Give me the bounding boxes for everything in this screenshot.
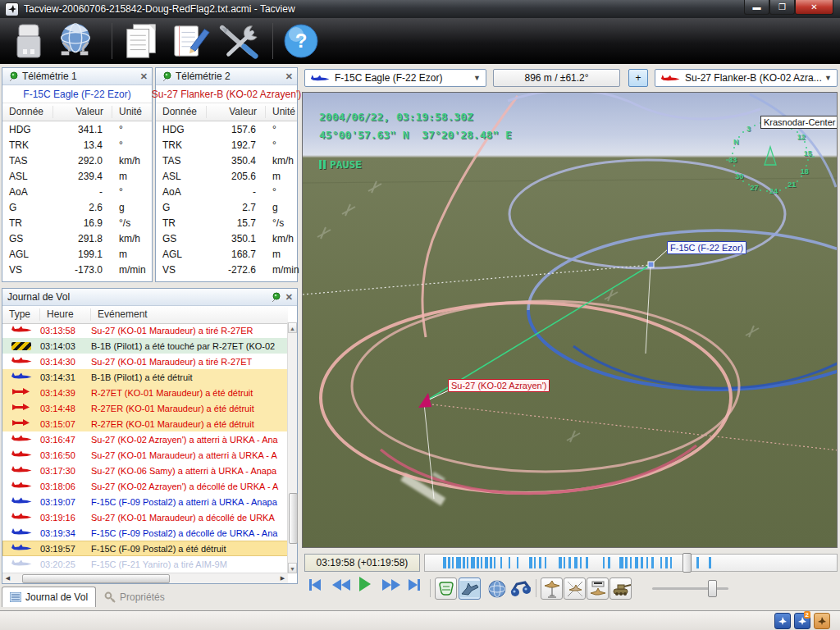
journal-event-row[interactable]: 03:19:57F-15C (F-09 Postal2) a été détru… (2, 541, 288, 556)
scroll-right-icon[interactable]: ▶ (277, 573, 288, 582)
journal-event-row[interactable]: 03:14:39R-27ET (KO-01 Maraudeur) a été d… (2, 385, 288, 400)
telemetry-row: GS350.1km/h (156, 231, 297, 246)
journal-event-row[interactable]: 03:14:03B-1B (Pilot1) a été touché par R… (2, 338, 288, 354)
journal-event-row[interactable]: 03:13:58Su-27 (KO-01 Maraudeur) a tiré R… (2, 322, 288, 338)
model-camera-button[interactable] (541, 578, 563, 600)
telemetry-row: HDG157.6° (156, 121, 297, 137)
notes-icon[interactable] (167, 21, 215, 61)
minimize-button[interactable]: ▬ (744, 0, 769, 15)
range-button[interactable]: 896 m / ±61.2° (493, 69, 620, 87)
world-view-icon (487, 579, 507, 599)
f15-label[interactable]: F-15C (F-22 Ezor) (667, 241, 746, 254)
3d-view[interactable]: 2004/06/22, 03:19:58.30Z 45°00'57.63" N … (302, 92, 838, 548)
pin-icon[interactable] (7, 71, 18, 82)
control-separator (430, 579, 431, 597)
pin-icon[interactable] (161, 71, 171, 82)
journal-vertical-scrollbar[interactable]: ▲ ▼ (287, 322, 297, 573)
compass-point-3: 3 (746, 125, 751, 133)
tab-journal-de-vol[interactable]: Journal de Vol (2, 587, 96, 607)
su27-label[interactable]: Su-27 (KO-02 Azrayen') (448, 379, 550, 392)
right-aircraft-selector[interactable]: Su-27 Flanker-B (KO-02 Azra... ▼ (655, 69, 838, 87)
timeline-activity-bar (456, 557, 461, 568)
add-telemetry-button[interactable]: + (628, 69, 648, 87)
external-camera-button[interactable] (564, 578, 586, 600)
scroll-thumb[interactable] (289, 493, 298, 544)
tacview-blue-icon[interactable] (774, 613, 791, 629)
pin-icon[interactable] (270, 292, 281, 303)
usb-drive-icon[interactable] (8, 21, 49, 61)
world-view-button[interactable] (486, 578, 508, 600)
journal-event-row[interactable]: 03:14:31B-1B (Pilot1) a été détruit (2, 369, 288, 385)
red-plane-icon (11, 325, 32, 336)
cockpit-view-button[interactable] (435, 578, 457, 600)
journal-event-row[interactable]: 03:14:48R-27ER (KO-01 Maraudeur) a été d… (2, 400, 288, 416)
timeline-activity-bar (660, 557, 662, 568)
telemetry-2-aircraft[interactable]: Su-27 Flanker-B (KO-02 Azrayen') (156, 85, 297, 103)
pause-indicator: PAUSE (319, 158, 362, 171)
report-icon[interactable] (120, 21, 164, 61)
event-text: Su-27 (KO-01 Maraudeur) a décollé de URK… (91, 513, 288, 523)
telemetry-2-header[interactable]: Télémétrie 2 ✕ (156, 68, 297, 85)
close-icon[interactable]: ✕ (285, 71, 293, 82)
blue-jet-icon (310, 74, 330, 82)
journal-event-row[interactable]: 03:19:34F-15C (F-09 Postal2) a décollé d… (2, 525, 288, 541)
journal-event-row[interactable]: 03:15:07R-27ER (KO-01 Maraudeur) a été d… (2, 416, 288, 431)
ground-camera-button[interactable] (609, 578, 632, 600)
scroll-thumb[interactable] (22, 574, 170, 583)
tacview-window: Tacview-20060706-215842-Doug-RedFlag2.tx… (0, 0, 840, 630)
journal-event-row[interactable]: 03:19:16Su-27 (KO-01 Maraudeur) a décoll… (2, 509, 288, 525)
tacview-orange-icon[interactable] (814, 613, 830, 629)
timeline-track[interactable] (424, 554, 838, 572)
scroll-up-icon[interactable]: ▲ (288, 322, 297, 333)
journal-event-row[interactable]: 03:20:25F-15C (F-21 Yaniro) a tiré AIM-9… (2, 556, 288, 572)
network-globe-icon[interactable] (52, 21, 98, 61)
data-label: TRK (2, 139, 53, 151)
restore-button[interactable]: ❐ (769, 0, 795, 15)
flyby-camera-button[interactable] (587, 578, 609, 600)
title-bar[interactable]: Tacview-20060706-215842-Doug-RedFlag2.tx… (0, 0, 840, 18)
help-icon[interactable]: ? (281, 21, 322, 61)
list-icon (10, 592, 21, 602)
journal-event-row[interactable]: 03:18:06Su-27 (KO-02 Azrayen') a décollé… (2, 478, 288, 494)
data-unit: m/min (266, 264, 299, 276)
tab-proprietes[interactable]: Propriétés (97, 587, 172, 607)
speed-slider[interactable] (652, 587, 728, 590)
scroll-left-icon[interactable]: ◀ (2, 573, 13, 582)
tools-icon[interactable] (215, 21, 264, 61)
compass-dot (807, 159, 809, 161)
red-plane-icon (11, 450, 32, 459)
journal-event-row[interactable]: 03:14:30Su-27 (KO-01 Maraudeur) a tiré R… (2, 354, 288, 369)
aircraft-view-button[interactable] (459, 578, 481, 600)
journal-event-row[interactable]: 03:16:50Su-27 (KO-01 Maraudeur) a atterr… (2, 447, 288, 463)
play-button[interactable] (359, 577, 371, 595)
data-label: AoA (2, 186, 53, 198)
telemetry-row: G2.6g (2, 199, 152, 215)
close-icon[interactable]: ✕ (140, 71, 148, 82)
binoculars-view-button[interactable] (509, 578, 532, 600)
journal-event-row[interactable]: 03:19:07F-15C (F-09 Postal2) a atterri à… (2, 494, 288, 509)
fast-forward-button[interactable] (382, 579, 400, 594)
telemetry-1-aircraft[interactable]: F-15C Eagle (F-22 Ezor) (2, 85, 152, 103)
skip-end-button[interactable] (409, 579, 420, 594)
rewind-button[interactable] (332, 579, 350, 594)
airport-label[interactable]: Krasnodar-Center A (760, 116, 838, 129)
left-aircraft-selector[interactable]: F-15C Eagle (F-22 Ezor) ▼ (304, 69, 486, 87)
speed-slider-handle[interactable] (708, 580, 717, 597)
telemetry-1-header[interactable]: Télémétrie 1 ✕ (2, 68, 152, 85)
close-button[interactable]: ✕ (795, 0, 833, 15)
data-unit: ° (112, 139, 152, 151)
journal-event-row[interactable]: 03:17:30Su-27 (KO-06 Samy) a atterri à U… (2, 463, 288, 478)
blue-plane-icon (11, 543, 32, 552)
telemetry-row: AoA-° (156, 184, 297, 199)
timeline-cursor[interactable] (682, 553, 692, 573)
telemetry-row: AGL168.7m (156, 246, 297, 262)
journal-header[interactable]: Journal de Vol ✕ (2, 289, 297, 306)
range-label: 896 m / ±61.2° (524, 72, 588, 84)
tacview-badge2-icon[interactable]: 2 (794, 613, 810, 629)
skip-start-button[interactable] (309, 579, 321, 594)
timeline-activity-bar (696, 557, 699, 568)
journal-event-row[interactable]: 03:16:47Su-27 (KO-02 Azrayen') a atterri… (2, 431, 288, 447)
close-icon[interactable]: ✕ (285, 292, 293, 303)
journal-horizontal-scrollbar[interactable]: ◀ ▶ (2, 573, 288, 583)
scroll-down-icon[interactable]: ▼ (288, 563, 297, 573)
